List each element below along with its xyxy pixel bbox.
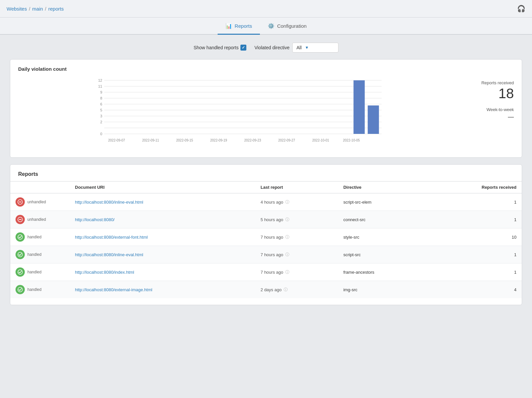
doc-uri-link[interactable]: http://localhost:8080/ bbox=[75, 217, 115, 222]
info-icon[interactable]: ⓘ bbox=[285, 217, 289, 222]
info-icon[interactable]: ⓘ bbox=[285, 252, 289, 258]
svg-text:2022-09-19: 2022-09-19 bbox=[210, 139, 228, 142]
doc-uri-cell: http://localhost:8080/external-image.htm… bbox=[70, 281, 255, 298]
last-report-text: 2 days ago bbox=[261, 287, 282, 292]
status-cell: unhandled bbox=[10, 211, 70, 228]
breadcrumb-sep2: / bbox=[45, 6, 46, 12]
doc-uri-link[interactable]: http://localhost:8080/index.html bbox=[75, 270, 134, 275]
svg-text:2022-10-01: 2022-10-01 bbox=[312, 139, 330, 142]
chevron-down-icon: ▼ bbox=[305, 45, 309, 50]
svg-text:2022-09-23: 2022-09-23 bbox=[244, 139, 262, 142]
tabs-bar: 📊 Reports ⚙️ Configuration bbox=[0, 18, 532, 35]
svg-text:3: 3 bbox=[100, 114, 102, 118]
info-icon[interactable]: ⓘ bbox=[285, 199, 289, 205]
status-cell: handled bbox=[10, 246, 70, 263]
chart-container: 12 11 9 8 6 5 3 2 0 2022-09-07 2022-09-1… bbox=[18, 77, 514, 151]
table-row: unhandled http://localhost:8080/inline-e… bbox=[10, 193, 522, 211]
svg-point-32 bbox=[18, 252, 22, 257]
directive-filter-wrapper: Violated directive All ▼ bbox=[254, 43, 338, 53]
config-tab-label: Configuration bbox=[277, 23, 306, 29]
headphones-icon[interactable]: 🎧 bbox=[517, 5, 525, 13]
doc-uri-link[interactable]: http://localhost:8080/inline-eval.html bbox=[75, 200, 143, 205]
show-handled-checkbox[interactable] bbox=[240, 45, 246, 51]
directive-cell: style-src bbox=[338, 228, 426, 246]
table-row: handled http://localhost:8080/inline-eva… bbox=[10, 246, 522, 263]
doc-uri-cell: http://localhost:8080/inline-eval.html bbox=[70, 246, 255, 263]
status-badge-handled bbox=[16, 267, 25, 277]
reports-tab-label: Reports bbox=[235, 23, 252, 29]
table-row: handled http://localhost:8080/external-f… bbox=[10, 228, 522, 246]
tab-reports[interactable]: 📊 Reports bbox=[218, 18, 260, 35]
last-report-text: 7 hours ago bbox=[261, 235, 283, 240]
svg-text:8: 8 bbox=[100, 96, 102, 100]
breadcrumb-sep1: / bbox=[29, 6, 30, 12]
status-cell: unhandled bbox=[10, 193, 70, 211]
directive-cell: connect-src bbox=[338, 211, 426, 228]
top-nav: Websites / main / reports 🎧 bbox=[0, 0, 532, 18]
doc-uri-cell: http://localhost:8080/index.html bbox=[70, 263, 255, 281]
week-to-week-label: Week-to-week bbox=[468, 107, 514, 112]
count-cell: 10 bbox=[426, 228, 522, 246]
last-report-text: 5 hours ago bbox=[261, 217, 283, 222]
status-cell: handled bbox=[10, 263, 70, 281]
status-badge-handled bbox=[16, 285, 25, 294]
tab-configuration[interactable]: ⚙️ Configuration bbox=[260, 18, 314, 35]
table-row: handled http://localhost:8080/external-i… bbox=[10, 281, 522, 298]
last-report-text: 4 hours ago bbox=[261, 200, 283, 205]
doc-uri-link[interactable]: http://localhost:8080/inline-eval.html bbox=[75, 252, 143, 257]
last-report-cell: 7 hours ago ⓘ bbox=[255, 263, 338, 281]
bar-oct05 bbox=[354, 80, 365, 134]
config-tab-icon: ⚙️ bbox=[268, 23, 274, 29]
svg-text:2022-09-07: 2022-09-07 bbox=[108, 139, 125, 142]
status-cell: handled bbox=[10, 228, 70, 246]
info-icon[interactable]: ⓘ bbox=[285, 234, 289, 240]
status-badge-handled bbox=[16, 232, 25, 242]
info-icon[interactable]: ⓘ bbox=[284, 287, 288, 293]
status-text: handled bbox=[27, 235, 42, 239]
directive-cell: script-src bbox=[338, 246, 426, 263]
table-row: unhandled http://localhost:8080/ 5 hours… bbox=[10, 211, 522, 228]
doc-uri-cell: http://localhost:8080/external-font.html bbox=[70, 228, 255, 246]
reports-table: Document URI Last report Directive Repor… bbox=[10, 181, 522, 298]
svg-text:0: 0 bbox=[100, 132, 102, 136]
svg-point-31 bbox=[18, 235, 22, 239]
th-directive: Directive bbox=[338, 181, 426, 193]
breadcrumb-websites[interactable]: Websites bbox=[7, 6, 27, 12]
last-report-text: 7 hours ago bbox=[261, 270, 283, 275]
svg-text:2022-09-27: 2022-09-27 bbox=[278, 139, 296, 142]
breadcrumb-current: reports bbox=[48, 6, 64, 12]
status-badge-handled bbox=[16, 250, 25, 259]
directive-cell: img-src bbox=[338, 281, 426, 298]
count-cell: 1 bbox=[426, 211, 522, 228]
directive-select-value: All bbox=[297, 45, 302, 50]
doc-uri-link[interactable]: http://localhost:8080/external-font.html bbox=[75, 235, 148, 240]
th-reports-received: Reports received bbox=[426, 181, 522, 193]
reports-received-label: Reports received bbox=[468, 80, 514, 85]
reports-card: Reports Document URI Last report Directi… bbox=[10, 164, 522, 305]
count-cell: 1 bbox=[426, 246, 522, 263]
svg-point-33 bbox=[18, 270, 22, 274]
th-last-report: Last report bbox=[255, 181, 338, 193]
info-icon[interactable]: ⓘ bbox=[285, 269, 289, 275]
status-text: handled bbox=[27, 287, 42, 292]
breadcrumb: Websites / main / reports bbox=[7, 6, 64, 12]
directive-cell: frame-ancestors bbox=[338, 263, 426, 281]
doc-uri-link[interactable]: http://localhost:8080/external-image.htm… bbox=[75, 287, 152, 292]
breadcrumb-main[interactable]: main bbox=[32, 6, 43, 12]
svg-text:2022-09-15: 2022-09-15 bbox=[176, 139, 194, 142]
svg-text:12: 12 bbox=[98, 78, 102, 82]
svg-text:2022-10-05: 2022-10-05 bbox=[343, 139, 360, 142]
table-row: handled http://localhost:8080/index.html… bbox=[10, 263, 522, 281]
reports-tab-icon: 📊 bbox=[226, 23, 232, 29]
status-badge-unhandled bbox=[16, 197, 25, 207]
svg-text:11: 11 bbox=[98, 84, 102, 88]
status-cell: handled bbox=[10, 281, 70, 298]
th-document-uri: Document URI bbox=[70, 181, 255, 193]
chart-svg: 12 11 9 8 6 5 3 2 0 2022-09-07 2022-09-1… bbox=[18, 77, 461, 150]
last-report-cell: 5 hours ago ⓘ bbox=[255, 211, 338, 228]
chart-area: 12 11 9 8 6 5 3 2 0 2022-09-07 2022-09-1… bbox=[18, 77, 461, 151]
directive-select[interactable]: All ▼ bbox=[292, 43, 338, 53]
chart-stats: Reports received 18 Week-to-week — bbox=[468, 77, 514, 151]
svg-text:2022-09-11: 2022-09-11 bbox=[142, 139, 160, 142]
count-cell: 1 bbox=[426, 193, 522, 211]
